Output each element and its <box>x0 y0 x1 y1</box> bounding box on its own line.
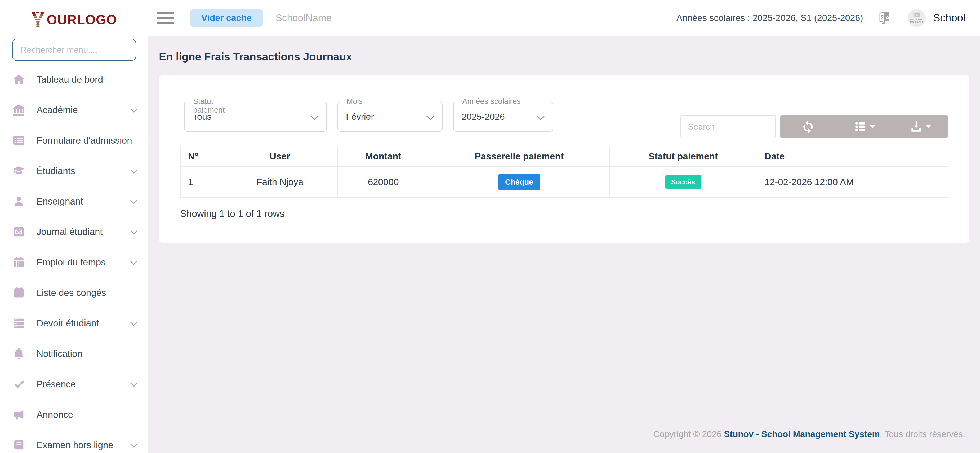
student-journal-icon <box>13 226 25 238</box>
chevron-down-icon <box>311 112 319 120</box>
cell-montant: 620000 <box>338 167 429 197</box>
app-logo[interactable]: OURLOGO <box>0 11 148 29</box>
column-header-no: N° <box>180 146 222 167</box>
column-header-date: Date <box>757 146 948 167</box>
cell-gateway: Chèque <box>429 167 609 197</box>
chevron-down-icon <box>130 197 137 204</box>
caret-down-icon <box>870 125 875 128</box>
sidebar-item-academie[interactable]: Académie <box>0 95 148 125</box>
table-search-input[interactable] <box>681 115 776 138</box>
column-header-montant: Montant <box>338 146 429 167</box>
chevron-down-icon <box>130 319 137 326</box>
student-homework-icon <box>13 317 25 329</box>
school-year-select[interactable]: Années scolaires 2025-2026 <box>453 102 553 132</box>
chevron-down-icon <box>426 112 434 120</box>
sidebar-item-emploi-du-temps[interactable]: Emploi du temps <box>0 247 148 277</box>
teacher-icon <box>13 195 25 207</box>
sidebar-item-etudiants[interactable]: Étudiants <box>0 156 148 186</box>
profile-menu[interactable]: NO IMAGE AVAILABLE School <box>908 9 966 27</box>
column-header-gateway: Passerelle paiement <box>429 146 609 167</box>
chevron-down-icon <box>130 258 137 265</box>
table-row: 1 Faith Njoya 620000 Chèque Succès 12-02… <box>180 167 948 197</box>
page-title: En ligne Frais Transactions Journaux <box>159 51 969 63</box>
logo-text: OURLOGO <box>47 12 117 27</box>
offline-exam-icon <box>13 439 25 451</box>
chevron-down-icon <box>130 105 137 113</box>
cell-status: Succès <box>609 167 757 197</box>
sidebar-item-journal-etudiant[interactable]: Journal étudiant <box>0 216 148 247</box>
sidebar-item-examen-hors-ligne[interactable]: Examen hors ligne <box>0 430 148 453</box>
students-icon <box>13 165 25 177</box>
month-label: Mois <box>344 97 365 106</box>
home-icon <box>13 73 25 86</box>
footer-brand-link[interactable]: Stunov - School Management System <box>724 429 880 439</box>
admission-form-icon <box>13 134 25 146</box>
month-value: Février <box>338 111 398 122</box>
column-header-status: Statut paiement <box>609 146 757 167</box>
sidebar-item-annonce[interactable]: Annonce <box>0 399 148 430</box>
announcement-icon <box>13 408 25 421</box>
profile-name: School <box>933 12 966 24</box>
main-column: Vider cache SchoolName Années scolaires … <box>148 0 980 453</box>
academy-icon <box>13 104 25 116</box>
topbar: Vider cache SchoolName Années scolaires … <box>148 0 980 36</box>
clear-cache-button[interactable]: Vider cache <box>190 9 263 27</box>
timetable-icon <box>13 256 25 269</box>
caret-down-icon <box>926 125 931 128</box>
sidebar-item-devoir-etudiant[interactable]: Devoir étudiant <box>0 308 148 338</box>
content-area: En ligne Frais Transactions Journaux Sta… <box>148 36 980 415</box>
logo-y-icon <box>31 12 45 28</box>
avatar: NO IMAGE AVAILABLE <box>908 9 926 27</box>
footer: Copyright © 2026 Stunov - School Managem… <box>148 415 980 453</box>
table-header-row: N° User Montant Passerelle paiement Stat… <box>180 146 948 167</box>
sidebar-item-tableau-de-bord[interactable]: Tableau de bord <box>0 64 148 95</box>
transactions-card: Statut paiement Tous Mois Février Années… <box>159 75 969 243</box>
table-summary: Showing 1 to 1 of 1 rows <box>180 208 948 219</box>
refresh-button[interactable] <box>780 115 836 138</box>
download-icon <box>910 120 923 133</box>
sidebar-item-presence[interactable]: Présence <box>0 369 148 399</box>
table-toolbar <box>780 115 948 138</box>
chevron-down-icon <box>130 166 137 173</box>
sidebar-item-formulaire-admission[interactable]: Formulaire d'admission <box>0 125 148 156</box>
sidebar: OURLOGO Tableau de bord Académie Formula… <box>0 0 148 453</box>
avatar-placeholder-text: NO IMAGE AVAILABLE <box>908 18 926 24</box>
refresh-icon <box>801 120 815 134</box>
chevron-down-icon <box>130 440 137 448</box>
sidebar-item-enseignant[interactable]: Enseignant <box>0 186 148 216</box>
chevron-down-icon <box>130 380 137 387</box>
attendance-icon <box>13 378 25 390</box>
sidebar-menu: Tableau de bord Académie Formulaire d'ad… <box>0 64 148 453</box>
payment-status-label: Statut paiement <box>191 97 237 115</box>
cell-no: 1 <box>180 167 222 197</box>
columns-button[interactable] <box>836 115 892 138</box>
chevron-down-icon <box>130 227 137 234</box>
sidebar-item-notification[interactable]: Notification <box>0 338 148 369</box>
chevron-down-icon <box>537 112 545 120</box>
payment-status-select[interactable]: Statut paiement Tous <box>184 102 327 132</box>
column-header-user: User <box>222 146 338 167</box>
month-select[interactable]: Mois Février <box>337 102 442 132</box>
menu-toggle-button[interactable] <box>157 12 174 24</box>
menu-search-input[interactable] <box>12 39 136 61</box>
columns-icon <box>854 120 867 133</box>
sidebar-item-liste-des-conges[interactable]: Liste des congés <box>0 277 148 308</box>
notification-icon <box>13 348 25 360</box>
gateway-badge: Chèque <box>498 174 540 191</box>
school-name-link[interactable]: SchoolName <box>275 13 332 24</box>
school-year-session-info: Années scolaires : 2025-2026, S1 (2025-2… <box>676 13 863 23</box>
copyright-prefix: Copyright © 2026 <box>654 429 724 439</box>
cell-user: Faith Njoya <box>222 167 338 197</box>
svg-text:A: A <box>885 14 889 21</box>
school-year-label: Années scolaires <box>460 97 523 106</box>
cell-date: 12-02-2026 12:00 AM <box>757 167 948 197</box>
language-translate-icon[interactable]: A <box>877 10 892 26</box>
copyright-suffix: . Tous droits réservés. <box>880 429 965 439</box>
school-year-value: 2025-2026 <box>454 111 529 122</box>
export-button[interactable] <box>892 115 948 138</box>
transactions-table: N° User Montant Passerelle paiement Stat… <box>180 146 948 198</box>
status-badge: Succès <box>665 175 701 189</box>
leave-list-icon <box>13 287 25 299</box>
